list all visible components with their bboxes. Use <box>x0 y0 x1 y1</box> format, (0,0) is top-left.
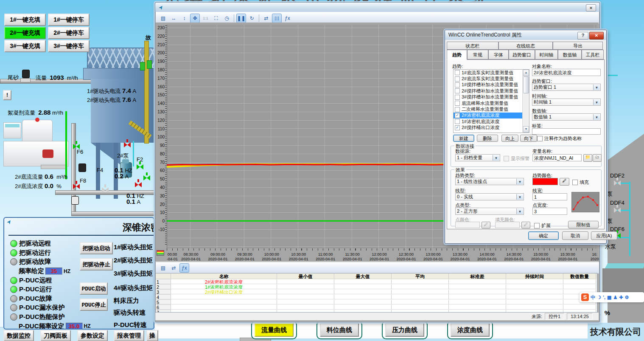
trend-list-item[interactable]: 1#底流泵实时流量测量值 <box>454 70 529 76</box>
dialog-help-icon[interactable]: ? <box>577 32 588 39</box>
trend-type-select[interactable]: 1 - 线性连接点▼ <box>455 178 524 185</box>
red-valve-icon[interactable] <box>124 142 131 147</box>
dialog-tab-数值轴[interactable]: 数值轴 <box>558 50 582 59</box>
checkbox-icon[interactable] <box>455 107 460 112</box>
point-type-select[interactable]: 2 - 正方形▼ <box>455 208 524 215</box>
fill-checkbox[interactable]: 填充 <box>572 179 589 186</box>
curve-button[interactable]: 压力曲线 <box>385 323 424 337</box>
apply-button[interactable]: 应用(A) <box>591 231 617 240</box>
zoom-area-icon[interactable]: ⛶ <box>211 14 221 23</box>
ime-icon[interactable]: ☽ <box>597 295 601 300</box>
move-axis-icon[interactable]: ⇄ <box>261 14 271 23</box>
line-width-input[interactable]: 1 <box>532 193 567 200</box>
point-width-input[interactable]: 3 <box>532 208 567 215</box>
checkbox-icon[interactable] <box>455 95 460 100</box>
time-range-icon[interactable]: ◷ <box>222 14 232 23</box>
trend-list-item[interactable]: 二次稀释水流量测量值 <box>454 106 529 112</box>
panel-button[interactable]: 把驱动停止 <box>80 258 113 271</box>
cancel-button[interactable]: 取消 <box>562 231 588 240</box>
dialog-tab-趋势[interactable]: 趋势 <box>447 50 467 60</box>
checkbox-icon[interactable] <box>455 119 460 124</box>
trend-window-close-icon[interactable]: ✕ <box>586 4 596 11</box>
nav-button-2[interactable]: 刀阀面板 <box>40 330 71 341</box>
trend-list-item[interactable]: 3#搅拌槽补加水流量测量值 <box>454 94 529 100</box>
nav-button-4[interactable]: 报表管理 <box>114 330 144 341</box>
object-name-input[interactable]: 2#浓密机底流浓度 <box>532 69 601 76</box>
ime-toolbar[interactable]: S 中☽’,▦♟✚⚙ <box>580 292 644 302</box>
list-button-向上[interactable]: 向上 <box>501 135 518 142</box>
original-view-icon[interactable]: 1:1 <box>201 14 210 23</box>
checkbox-icon[interactable] <box>455 101 460 106</box>
valve-f4-icon[interactable] <box>102 187 109 192</box>
pan-icon[interactable]: ✥ <box>190 14 200 23</box>
table-row[interactable]: 21#浓密机底流浓度 <box>156 285 597 290</box>
dialog-close-icon[interactable]: ✕ <box>589 32 604 39</box>
move-axis-icon[interactable]: ⇄ <box>169 263 179 273</box>
checkbox-icon[interactable] <box>455 88 460 93</box>
one-key-button[interactable]: 2#一键停车 <box>48 27 90 39</box>
trend-window-select[interactable]: 趋势窗口 1▼ <box>532 84 601 91</box>
ime-icon[interactable]: ▦ <box>607 295 611 300</box>
curve-button[interactable]: 料位曲线 <box>320 323 359 337</box>
dialog-tab-常规[interactable]: 常规 <box>467 50 488 59</box>
tag-input[interactable] <box>532 128 601 135</box>
list-button-新建[interactable]: 新建 <box>453 135 474 142</box>
checkbox-icon[interactable]: ✓ <box>455 113 460 118</box>
red-valve-icon[interactable] <box>135 182 142 187</box>
nav-button-3[interactable]: 参数设定 <box>77 330 108 341</box>
dialog-tab-工具栏[interactable]: 工具栏 <box>582 50 604 59</box>
table-row[interactable]: 32#搅拌桶出口浓度 <box>156 290 597 295</box>
extend-checkbox[interactable]: 扩展 <box>534 223 551 229</box>
line-type-select[interactable]: 0 - 实线▼ <box>455 193 524 200</box>
time-axis-select[interactable]: 时间轴 1▼ <box>532 99 601 106</box>
limit-value-button[interactable]: 限制值 <box>568 221 599 228</box>
properties-dialog-icon[interactable]: ▤ <box>158 14 168 23</box>
one-key-button[interactable]: 1#一键充填 <box>4 14 46 26</box>
valve-f2-icon[interactable] <box>137 164 143 169</box>
panel-button[interactable]: PDUC停止 <box>80 299 108 311</box>
ddf2-valve-icon[interactable] <box>614 180 621 186</box>
dialog-tab-字体[interactable]: 字体 <box>488 50 509 59</box>
trend-list-item[interactable]: 1#搅拌槽补加水流量测量值 <box>454 82 529 88</box>
one-key-button[interactable]: 3#一键停车 <box>48 40 90 52</box>
statistics-icon[interactable]: ƒx <box>283 14 292 23</box>
checkbox-icon[interactable] <box>455 70 460 75</box>
panel-button[interactable]: 把驱动启动 <box>80 242 113 254</box>
table-row[interactable]: 12#浓密机底流浓度 <box>156 279 597 285</box>
ime-icon[interactable]: ⚙ <box>625 295 629 300</box>
setpoint-input[interactable]: 35.0 <box>66 323 83 330</box>
statistics-table[interactable]: 名称最小值最大值平均标准差持续时间数值数量12#浓密机底流浓度21#浓密机底流浓… <box>155 273 597 316</box>
setpoint-input[interactable]: 35 <box>45 268 62 275</box>
ime-icon[interactable]: ’, <box>603 295 605 300</box>
list-button-删除[interactable]: 删除 <box>477 135 498 142</box>
comment-as-name-checkbox[interactable]: 注释作为趋势名称 <box>537 135 582 142</box>
data-source-select[interactable]: 1 - 归档变量▼ <box>455 154 500 161</box>
one-key-button[interactable]: 1#一键停车 <box>48 14 90 26</box>
dialog-tab-趋势窗口[interactable]: 趋势窗口 <box>509 50 535 59</box>
trend-list-item[interactable]: ✓2#浓密机底流浓度 <box>454 113 529 118</box>
green-valve-icon[interactable] <box>143 175 150 180</box>
color-picker-icon[interactable]: 🖉 <box>560 178 569 186</box>
trend-color-swatch[interactable] <box>532 178 558 185</box>
valve-f8-icon[interactable] <box>73 183 80 189</box>
refresh-icon[interactable]: ↻ <box>247 14 257 23</box>
dialog-tab-3[interactable]: 导出 <box>553 42 603 50</box>
list-scrollbar[interactable]: ▲▼ <box>522 70 529 132</box>
ime-icon[interactable]: 中 <box>591 294 595 301</box>
ruler-icon[interactable]: [∣] <box>272 14 282 23</box>
trend-list-item[interactable]: 2#底流泵实时流量测量值 <box>454 76 529 82</box>
nav-button-1[interactable]: 数据监控 <box>3 330 34 341</box>
checkbox-icon[interactable]: ✓ <box>455 125 460 130</box>
alert-button[interactable]: ! <box>3 90 11 100</box>
trend-list-item[interactable]: 2#搅拌槽补加水流量测量值 <box>454 88 529 94</box>
pause-icon[interactable]: ❚❚ <box>236 14 246 23</box>
checkbox-icon[interactable] <box>455 82 460 87</box>
table-row[interactable]: 6 <box>156 305 597 310</box>
dialog-tab-时间轴[interactable]: 时间轴 <box>535 50 558 59</box>
trend-listbox[interactable]: 1#底流泵实时流量测量值2#底流泵实时流量测量值1#搅拌槽补加水流量测量值2#搅… <box>453 69 529 133</box>
ddf4-valve-icon[interactable] <box>614 207 621 213</box>
curve-button[interactable]: 浓度曲线 <box>451 323 490 337</box>
trend-list-item[interactable]: ✓2#搅拌桶出口浓度 <box>454 125 529 131</box>
trend-list-item[interactable]: 底流稀释水流量测量值 <box>454 100 529 106</box>
zoom-time-icon[interactable]: ↔ <box>169 14 179 23</box>
